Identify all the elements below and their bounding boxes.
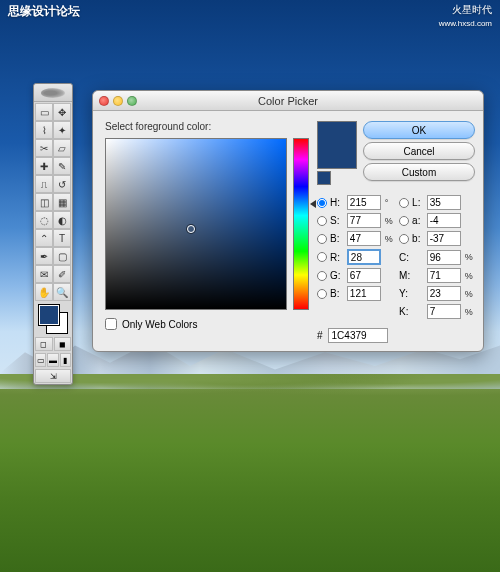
- quickmask-mask-icon[interactable]: ◼: [54, 337, 72, 351]
- dialog-title: Color Picker: [93, 95, 483, 107]
- history-brush-icon[interactable]: ↺: [53, 175, 71, 193]
- color-preview: [317, 121, 357, 169]
- watermark-left: 思缘设计论坛: [8, 3, 80, 20]
- r-field[interactable]: [347, 249, 381, 265]
- zoom-window-icon[interactable]: [127, 96, 137, 106]
- notes-tool-icon[interactable]: ✉: [35, 265, 53, 283]
- saturation-brightness-field[interactable]: [105, 138, 287, 310]
- h-field[interactable]: [347, 195, 381, 210]
- a-field[interactable]: [427, 213, 461, 228]
- stamp-tool-icon[interactable]: ⎍: [35, 175, 53, 193]
- g-radio[interactable]: G:: [317, 270, 343, 281]
- brush-preview-icon: [41, 88, 65, 98]
- wand-tool-icon[interactable]: ✦: [53, 121, 71, 139]
- ok-button[interactable]: OK: [363, 121, 475, 139]
- only-web-colors-checkbox[interactable]: Only Web Colors: [105, 318, 309, 330]
- toolbox-header[interactable]: [34, 84, 72, 102]
- hand-tool-icon[interactable]: ✋: [35, 283, 53, 301]
- zoom-tool-icon[interactable]: 🔍: [53, 283, 71, 301]
- hue-marker-icon[interactable]: [310, 200, 316, 208]
- hue-slider[interactable]: [293, 138, 309, 310]
- shape-tool-icon[interactable]: ▢: [53, 247, 71, 265]
- brgb-radio[interactable]: B:: [317, 288, 343, 299]
- type-tool-icon[interactable]: T: [53, 229, 71, 247]
- eraser-tool-icon[interactable]: ◫: [35, 193, 53, 211]
- a-radio[interactable]: a:: [399, 215, 423, 226]
- close-icon[interactable]: [99, 96, 109, 106]
- m-label: M:: [399, 270, 423, 281]
- screenmode-full-icon[interactable]: ▬: [47, 353, 58, 367]
- bhsb-field[interactable]: [347, 231, 381, 246]
- hex-field[interactable]: [328, 328, 388, 343]
- bhsb-radio[interactable]: B:: [317, 233, 343, 244]
- color-swatches[interactable]: [36, 304, 70, 334]
- jump-to-icon[interactable]: ⇲: [35, 369, 71, 383]
- r-radio[interactable]: R:: [317, 252, 343, 263]
- quickmask-standard-icon[interactable]: ◻: [35, 337, 53, 351]
- blur-tool-icon[interactable]: ◌: [35, 211, 53, 229]
- slice-tool-icon[interactable]: ▱: [53, 139, 71, 157]
- gradient-tool-icon[interactable]: ▦: [53, 193, 71, 211]
- s-field[interactable]: [347, 213, 381, 228]
- lasso-tool-icon[interactable]: ⌇: [35, 121, 53, 139]
- new-color-swatch[interactable]: [318, 122, 356, 145]
- current-color-swatch[interactable]: [318, 145, 356, 168]
- eyedropper-tool-icon[interactable]: ✐: [53, 265, 71, 283]
- blab-field[interactable]: [427, 231, 461, 246]
- s-radio[interactable]: S:: [317, 215, 343, 226]
- h-radio[interactable]: H:: [317, 197, 343, 208]
- brgb-field[interactable]: [347, 286, 381, 301]
- g-field[interactable]: [347, 268, 381, 283]
- heal-tool-icon[interactable]: ✚: [35, 157, 53, 175]
- crop-tool-icon[interactable]: ✂: [35, 139, 53, 157]
- grass: [0, 389, 500, 572]
- c-label: C:: [399, 252, 423, 263]
- color-picker-dialog: Color Picker Select foreground color: On…: [92, 90, 484, 352]
- minimize-icon[interactable]: [113, 96, 123, 106]
- c-field[interactable]: [427, 250, 461, 265]
- tools-palette[interactable]: ▭ ✥ ⌇ ✦ ✂ ▱ ✚ ✎ ⎍ ↺ ◫ ▦ ◌ ◐ ⌃ T ✒ ▢ ✉ ✐ …: [33, 83, 73, 385]
- watermark-right: 火星时代 www.hxsd.com: [439, 3, 492, 28]
- brush-tool-icon[interactable]: ✎: [53, 157, 71, 175]
- screenmode-fullnomenu-icon[interactable]: ▮: [60, 353, 71, 367]
- l-radio[interactable]: L:: [399, 197, 423, 208]
- y-field[interactable]: [427, 286, 461, 301]
- y-label: Y:: [399, 288, 423, 299]
- k-field[interactable]: [427, 304, 461, 319]
- path-tool-icon[interactable]: ⌃: [35, 229, 53, 247]
- color-marker-icon[interactable]: [187, 225, 195, 233]
- move-tool-icon[interactable]: ✥: [53, 103, 71, 121]
- k-label: K:: [399, 306, 423, 317]
- prompt-label: Select foreground color:: [105, 121, 309, 132]
- screenmode-standard-icon[interactable]: ▭: [35, 353, 46, 367]
- l-field[interactable]: [427, 195, 461, 210]
- cancel-button[interactable]: Cancel: [363, 142, 475, 160]
- dodge-tool-icon[interactable]: ◐: [53, 211, 71, 229]
- hex-label: #: [317, 330, 323, 341]
- blab-radio[interactable]: b:: [399, 233, 423, 244]
- websafe-swatch[interactable]: [317, 171, 331, 185]
- m-field[interactable]: [427, 268, 461, 283]
- foreground-color-swatch[interactable]: [38, 304, 60, 326]
- custom-button[interactable]: Custom: [363, 163, 475, 181]
- dialog-titlebar[interactable]: Color Picker: [93, 91, 483, 111]
- pen-tool-icon[interactable]: ✒: [35, 247, 53, 265]
- marquee-tool-icon[interactable]: ▭: [35, 103, 53, 121]
